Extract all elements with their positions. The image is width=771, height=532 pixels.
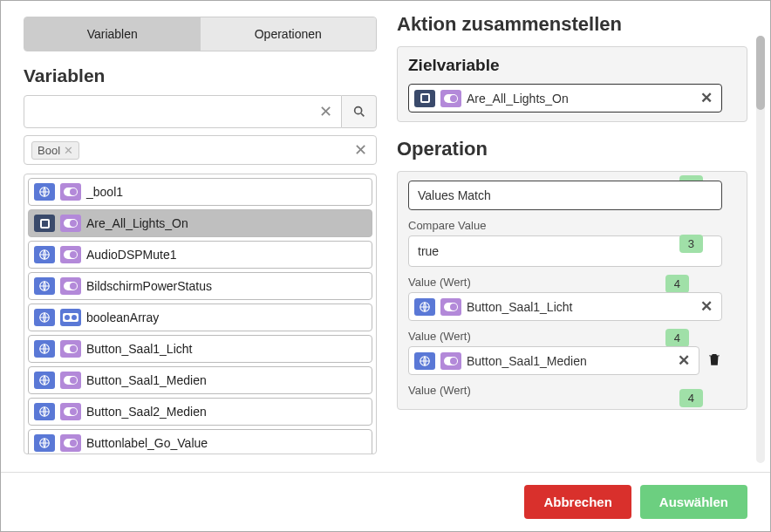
scope-global-icon <box>34 372 55 389</box>
scope-global-icon <box>414 352 435 370</box>
scope-global-icon <box>34 403 55 420</box>
type-bool-icon <box>60 246 81 263</box>
search-icon <box>352 105 366 119</box>
compare-value-input[interactable]: true <box>408 235 722 267</box>
search-field-wrap: ✕ <box>24 95 342 128</box>
variables-list[interactable]: _bool1Are_All_Lights_OnAudioDSPMute1Bild… <box>24 174 377 454</box>
type-bool-icon <box>60 340 81 358</box>
scope-global-icon <box>34 340 55 358</box>
variable-name: booleanArray <box>86 310 159 324</box>
type-bool-array-icon <box>60 309 81 326</box>
select-button[interactable]: Auswählen <box>640 485 747 519</box>
value-variable-name: Button_Saal1_Licht <box>467 300 572 314</box>
type-bool-icon <box>440 298 461 316</box>
compose-action-heading: Aktion zusammenstellen <box>397 13 747 36</box>
variable-item[interactable]: Button_Saal1_Licht <box>28 335 372 363</box>
compare-value-label: Compare Value <box>408 219 722 232</box>
step-badge-4c: 4 <box>679 389 703 407</box>
variables-heading: Variablen <box>24 65 379 86</box>
tab-bar: Variablen Operationen <box>24 17 377 51</box>
scope-global-icon <box>34 277 55 295</box>
tab-variables[interactable]: Variablen <box>24 17 201 51</box>
clear-value-icon[interactable]: ✕ <box>674 351 693 370</box>
type-bool-icon <box>60 215 81 232</box>
target-variable-chip[interactable]: Are_All_Lights_On ✕ <box>408 84 722 113</box>
tab-operations[interactable]: Operationen <box>201 17 377 51</box>
target-variable-panel: Zielvariable 1 Are_All_Lights_On ✕ <box>397 46 747 122</box>
search-button[interactable] <box>342 95 377 128</box>
value-variable-chip[interactable]: Button_Saal1_Licht✕ <box>408 292 722 321</box>
scrollbar-track[interactable] <box>756 36 765 463</box>
variable-item[interactable]: BildschirmPowerStatus <box>28 272 372 300</box>
type-bool-icon <box>60 403 81 420</box>
scope-global-icon <box>34 246 55 263</box>
target-variable-label: Zielvariable <box>408 56 722 75</box>
type-bool-icon <box>60 277 81 295</box>
type-bool-icon <box>440 352 461 370</box>
filter-chip-label: Bool <box>38 144 60 157</box>
scope-global-icon <box>34 309 55 326</box>
value-variable-chip[interactable]: Button_Saal1_Medien✕ <box>408 346 699 375</box>
svg-line-1 <box>361 113 364 116</box>
scope-global-icon <box>34 434 55 452</box>
type-bool-icon <box>60 372 81 389</box>
delete-value-icon[interactable] <box>706 351 722 372</box>
step-badge-3: 3 <box>679 235 703 253</box>
variable-name: Buttonlabel_Go_Value <box>86 436 208 450</box>
type-bool-icon <box>60 434 81 452</box>
filter-chip-bool[interactable]: Bool ✕ <box>31 141 79 160</box>
operation-select[interactable]: Values Match <box>408 181 722 210</box>
variable-name: _bool1 <box>86 185 123 199</box>
value-label-extra: Value (Wert) <box>408 384 722 397</box>
operation-heading: Operation <box>397 138 747 160</box>
scope-local-icon <box>34 215 55 232</box>
variable-name: Button_Saal1_Licht <box>86 342 192 356</box>
search-input[interactable] <box>24 105 310 119</box>
variable-item[interactable]: Buttonlabel_Go_Value <box>28 429 372 454</box>
variable-name: Are_All_Lights_On <box>86 216 188 230</box>
variable-item[interactable]: _bool1 <box>28 178 372 206</box>
step-badge-4: 4 <box>665 329 689 347</box>
clear-value-icon[interactable]: ✕ <box>697 297 716 316</box>
operation-panel: 2 Values Match Compare Value 3 true Valu… <box>397 171 747 410</box>
variable-item[interactable]: Button_Saal2_Medien <box>28 398 372 426</box>
scope-local-icon <box>414 90 435 107</box>
variable-name: AudioDSPMute1 <box>86 248 177 262</box>
value-variable-name: Button_Saal1_Medien <box>467 354 587 368</box>
variable-name: Button_Saal1_Medien <box>86 373 207 387</box>
cancel-button[interactable]: Abbrechen <box>524 485 631 519</box>
clear-all-filters-icon[interactable]: ✕ <box>352 140 369 160</box>
variable-name: BildschirmPowerStatus <box>86 279 212 293</box>
variable-item[interactable]: AudioDSPMute1 <box>28 241 372 269</box>
clear-search-icon[interactable]: ✕ <box>310 102 341 121</box>
variable-item[interactable]: Are_All_Lights_On <box>28 209 372 237</box>
dialog-footer: Abbrechen Auswählen <box>1 472 770 531</box>
type-bool-icon <box>60 183 81 201</box>
clear-target-icon[interactable]: ✕ <box>697 89 716 107</box>
variable-name: Button_Saal2_Medien <box>86 405 207 419</box>
scope-global-icon <box>34 183 55 201</box>
step-badge-4: 4 <box>665 275 689 293</box>
target-variable-name: Are_All_Lights_On <box>467 92 569 106</box>
type-bool-icon <box>440 90 461 107</box>
scrollbar-thumb[interactable] <box>756 36 765 110</box>
filter-row: Bool ✕ ✕ <box>24 135 377 165</box>
variable-item[interactable]: Button_Saal1_Medien <box>28 366 372 394</box>
remove-filter-icon[interactable]: ✕ <box>64 144 73 157</box>
svg-point-0 <box>354 107 361 114</box>
variable-item[interactable]: booleanArray <box>28 304 372 331</box>
scope-global-icon <box>414 298 435 316</box>
